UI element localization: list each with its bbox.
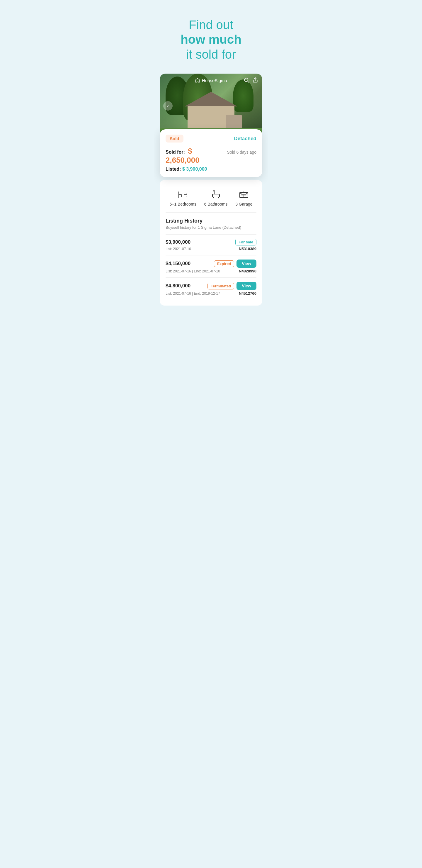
sold-for-label: Sold for:: [166, 150, 185, 155]
listing-item-row1: $4,800,000 Terminated View: [166, 282, 256, 290]
bedrooms-label: 5+1 Bedrooms: [169, 202, 196, 207]
listed-price: $ 3,900,000: [182, 166, 207, 172]
listed-row: Listed: $ 3,900,000: [166, 166, 256, 172]
listing-id: N4512760: [239, 291, 256, 296]
bedrooms-feature: 5+1 Bedrooms: [169, 189, 196, 207]
hero-line3: it sold for: [186, 48, 236, 61]
svg-rect-11: [213, 194, 220, 197]
listing-item: $4,150,000 Expired View List: 2021-07-16…: [166, 255, 256, 277]
garage-label: 3 Garage: [235, 202, 252, 207]
listing-actions-group: Expired View: [214, 259, 256, 268]
image-nav-left[interactable]: ‹: [163, 101, 173, 111]
chevron-left-icon: ‹: [167, 103, 169, 109]
listing-dates: List: 2021-07-16 | End: 2021-07-10: [166, 269, 220, 273]
listing-status-badge: For sale: [235, 239, 256, 245]
hero-line2: how much: [181, 33, 241, 46]
listing-price: $4,800,000: [166, 283, 191, 289]
hero-line1: Find out: [189, 18, 233, 32]
info-card-header: Sold Detached: [166, 134, 256, 143]
listed-label: Listed:: [166, 166, 181, 172]
listing-status-badge: Terminated: [207, 283, 234, 289]
property-features: 5+1 Bedrooms 6 Bathrooms 3 Garage: [166, 186, 256, 213]
svg-line-1: [248, 81, 249, 83]
garage-feature: 3 Garage: [235, 189, 252, 207]
sold-badge: Sold: [166, 134, 184, 143]
bathrooms-label: 6 Bathrooms: [204, 202, 227, 207]
listing-status-badge: Expired: [214, 260, 234, 267]
view-button[interactable]: View: [236, 259, 256, 268]
listing-item-row2: List: 2021-07-16 | End: 2021-07-10 N4828…: [166, 269, 256, 273]
details-section: 5+1 Bedrooms 6 Bathrooms 3 Garage Listin: [160, 180, 262, 306]
property-image: ‹ HouseSigma: [160, 73, 262, 138]
house-garage: [226, 115, 242, 129]
svg-rect-6: [184, 195, 187, 197]
listing-dates: List: 2021-07-16: [166, 247, 191, 251]
listing-actions-group: Terminated View: [207, 282, 256, 290]
view-button[interactable]: View: [236, 282, 256, 290]
listing-history: Listing History Buy/sell history for 1 S…: [166, 213, 256, 300]
house-brand-icon: [195, 78, 200, 83]
hero-section: Find out how much it sold for: [154, 0, 268, 71]
listing-dates: List: 2021-07-16 | End: 2019-12-17: [166, 291, 220, 296]
listing-item-row1: $3,900,000 For sale: [166, 239, 256, 245]
listing-item-row2: List: 2021-07-16 | End: 2019-12-17 N4512…: [166, 291, 256, 296]
listing-item-row1: $4,150,000 Expired View: [166, 259, 256, 268]
listing-price: $3,900,000: [166, 239, 191, 245]
bed-icon: [177, 189, 188, 199]
bathrooms-feature: 6 Bathrooms: [204, 189, 227, 207]
sold-price-group: Sold for: $ 2,650,000: [166, 147, 227, 165]
listing-item: $4,800,000 Terminated View List: 2021-07…: [166, 277, 256, 300]
search-icon[interactable]: [244, 77, 249, 85]
listing-price: $4,150,000: [166, 261, 191, 267]
listing-id: N4828990: [239, 269, 256, 273]
listing-item: $3,900,000 For sale List: 2021-07-16 N53…: [166, 234, 256, 255]
listing-history-subtitle: Buy/sell history for 1 Sigma Lane (Detac…: [166, 225, 256, 229]
sold-ago: Sold 6 days ago: [227, 150, 256, 155]
property-card-wrapper: ‹ HouseSigma: [160, 73, 262, 177]
listing-history-title: Listing History: [166, 218, 256, 224]
property-type-label: Detached: [234, 136, 256, 142]
listing-item-row2: List: 2021-07-16 N5310389: [166, 247, 256, 251]
listing-id: N5310389: [239, 247, 256, 251]
brand-name: HouseSigma: [202, 78, 227, 83]
bath-icon: [211, 189, 221, 199]
garage-icon: [238, 189, 249, 199]
sold-price-row: Sold for: $ 2,650,000 Sold 6 days ago: [166, 147, 256, 165]
image-actions: [244, 77, 258, 85]
svg-rect-5: [179, 195, 182, 197]
info-card: Sold Detached Sold for: $ 2,650,000 Sold…: [160, 129, 262, 177]
brand-logo: HouseSigma: [195, 78, 227, 83]
share-icon[interactable]: [252, 77, 258, 85]
house-roof: [185, 92, 237, 106]
